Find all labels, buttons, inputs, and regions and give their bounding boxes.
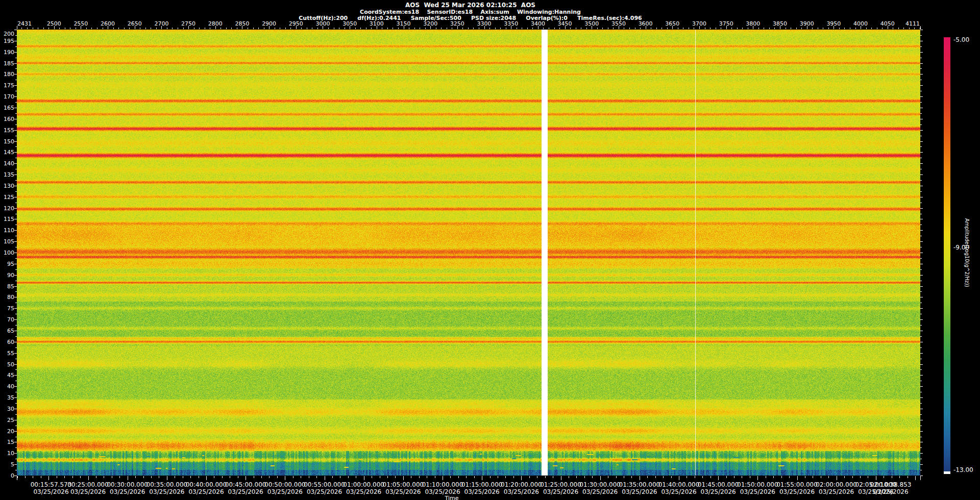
time-axis-tick: [316, 476, 317, 478]
freq-axis-tick: [15, 80, 17, 80]
freq-axis-label: 110: [0, 227, 14, 234]
time-axis-tick: [797, 476, 798, 480]
top-axis-label: 2600: [101, 20, 115, 27]
plot-area[interactable]: [17, 30, 920, 476]
freq-axis-label: 85: [0, 283, 14, 289]
time-axis-tick: [72, 476, 73, 478]
time-axis-tick: [837, 476, 837, 480]
time-axis-tick: [490, 476, 491, 478]
freq-axis-label: 185: [0, 60, 14, 66]
freq-axis-tick-right: [920, 219, 923, 219]
top-axis-tick: [145, 28, 146, 29]
freq-axis-tick-right: [920, 426, 922, 426]
top-axis-label: 3500: [584, 20, 599, 27]
time-axis-tick: [679, 476, 679, 480]
freq-axis-tick: [15, 102, 17, 103]
time-axis-tick: [742, 476, 742, 478]
time-axis-tick: [521, 476, 522, 480]
top-axis-label: 3650: [665, 20, 679, 27]
freq-axis-tick-right: [920, 180, 922, 181]
freq-axis-tick: [14, 431, 17, 432]
time-axis-tick: [135, 476, 136, 478]
freq-axis-tick: [15, 403, 17, 404]
time-axis-label: 00:30:00.000: [107, 481, 148, 488]
freq-axis-tick: [14, 297, 17, 297]
freq-axis-label: 60: [0, 338, 14, 345]
time-axis-tick: [915, 476, 916, 480]
freq-axis-tick: [14, 319, 17, 320]
freq-axis-tick-right: [920, 286, 923, 287]
top-axis-label: 3200: [423, 20, 437, 27]
top-axis-tick: [280, 28, 280, 29]
top-axis-tick: [748, 28, 748, 29]
freq-axis-tick: [15, 470, 17, 470]
date-label: 03/25/2026: [188, 488, 224, 495]
top-axis-tick: [586, 28, 587, 29]
freq-axis-tick-right: [920, 253, 923, 253]
freq-axis-tick: [14, 163, 17, 164]
time-axis-tick: [868, 476, 868, 478]
top-axis-label: 3300: [477, 20, 492, 27]
date-label: 03/25/2026: [425, 488, 460, 495]
freq-axis-tick-right: [920, 247, 922, 247]
time-axis-tick: [33, 476, 33, 478]
freq-axis-label: 95: [0, 260, 14, 267]
time-axis-label: 00:50:00.000: [264, 481, 306, 488]
time-axis-tick: [364, 476, 364, 480]
time-axis-tick: [466, 476, 467, 478]
time-axis-tick: [695, 476, 695, 478]
freq-axis-tick: [14, 464, 17, 465]
top-axis-tick: [554, 28, 555, 29]
date-label: 03/25/2026: [464, 488, 500, 495]
top-axis-tick: [345, 28, 345, 29]
freq-axis-tick-right: [920, 347, 922, 348]
freq-axis-tick-right: [920, 409, 923, 409]
freq-axis-label: 35: [0, 394, 14, 401]
date-label: 03/25/2026: [819, 488, 854, 495]
freq-axis-tick-right: [920, 35, 922, 36]
time-axis-tick: [380, 476, 380, 478]
top-axis-tick: [823, 28, 823, 29]
freq-axis-tick-right: [920, 353, 923, 354]
top-axis-tick: [721, 28, 721, 29]
freq-axis-tick: [15, 169, 17, 169]
time-axis-tick: [88, 476, 89, 480]
top-axis-tick: [850, 28, 850, 29]
freq-axis-tick: [14, 286, 17, 287]
top-axis-tick: [909, 28, 910, 29]
freq-axis-tick: [14, 275, 17, 276]
freq-axis-label: 160: [0, 115, 14, 122]
time-axis-tick: [159, 476, 159, 478]
top-axis-tick: [290, 28, 291, 29]
time-axis-tick: [860, 476, 861, 478]
freq-axis-tick-right: [920, 163, 923, 164]
top-axis-tick: [543, 28, 544, 29]
freq-axis-tick-right: [920, 464, 923, 465]
freq-axis-tick-right: [920, 136, 922, 136]
freq-axis-tick: [15, 291, 17, 292]
freq-axis-tick-right: [920, 197, 923, 197]
time-axis-tick: [222, 476, 223, 478]
time-axis-tick: [616, 476, 617, 478]
top-axis-tick: [237, 28, 237, 29]
date-label: 03/25/2026: [307, 488, 342, 495]
freq-axis-label: 115: [0, 216, 14, 222]
spectrogram-canvas[interactable]: [17, 30, 920, 476]
time-axis-tick: [876, 476, 876, 480]
top-axis-tick: [801, 28, 802, 29]
top-axis-tick: [506, 28, 506, 29]
top-axis-label: 4050: [880, 20, 895, 27]
top-axis-tick: [21, 28, 22, 29]
date-label: 03/25/2026: [385, 488, 421, 495]
time-axis-label: 01:10:00.000: [422, 481, 463, 488]
date-label: 03/25/2026: [504, 488, 539, 495]
top-axis-tick: [532, 28, 533, 29]
freq-axis-tick-right: [920, 414, 922, 415]
time-axis-label: 01:15:00.000: [461, 481, 503, 488]
time-axis-tick: [884, 476, 884, 478]
date-label: 03/25/2026: [582, 488, 618, 495]
top-axis-label: 4111: [905, 20, 920, 27]
freq-axis-tick: [14, 197, 17, 197]
time-axis-tick: [710, 476, 711, 478]
time-axis-label: 01:05:00.000: [383, 481, 424, 488]
